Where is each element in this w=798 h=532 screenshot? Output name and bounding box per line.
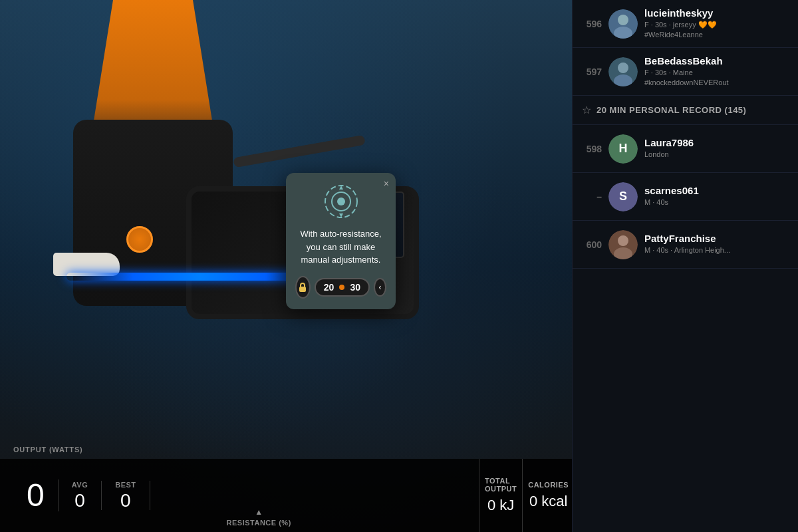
- leaderboard-item[interactable]: – S scarnes061 M · 40s: [573, 173, 798, 221]
- user-info: scarnes061 M · 40s: [644, 185, 789, 207]
- tooltip-close-button[interactable]: ×: [384, 178, 389, 189]
- username: BeBedassBekah: [644, 55, 789, 66]
- avatar: H: [608, 134, 638, 164]
- calories-label: CALORIES: [528, 481, 569, 489]
- user-info: PattyFranchise M · 40s · Arlington Heigh…: [644, 233, 789, 255]
- username: Laura7986: [644, 137, 789, 148]
- right-metrics-strip: TOTAL OUTPUT 0 kJ CALORIES 0 kcal ▾: [479, 459, 572, 532]
- range-control[interactable]: 20 30 ‹: [295, 276, 386, 299]
- avatar: [608, 9, 638, 39]
- user-meta: London: [644, 150, 789, 160]
- calories-box: CALORIES 0 kcal: [522, 459, 574, 532]
- calories-value: 0 kcal: [529, 493, 567, 510]
- auto-resistance-icon-svg: [323, 184, 359, 219]
- leaderboard-item[interactable]: 597 BeBedassBekah F · 30s · Maine#knocke…: [573, 48, 798, 96]
- avatar: [608, 57, 638, 86]
- lock-icon: [297, 282, 308, 293]
- tooltip-message: With auto-resistance, you can still make…: [295, 227, 386, 267]
- current-output-value: 0: [27, 479, 45, 511]
- resistance-knob: [126, 226, 153, 253]
- svg-point-8: [618, 63, 628, 73]
- avatar: [608, 230, 638, 259]
- user-info: lucieintheskyy F · 30s · jerseyy 🧡🧡#WeRi…: [644, 7, 789, 41]
- avatar-initials: S: [608, 182, 638, 211]
- avatar-initials: [608, 9, 638, 39]
- rank-number: 596: [582, 19, 602, 29]
- tooltip-icon-area: [295, 184, 386, 219]
- username: PattyFranchise: [644, 233, 789, 244]
- leaderboard-item[interactable]: 596 lucieintheskyy F · 30s · jerseyy 🧡🧡#…: [573, 0, 798, 48]
- rank-number: 600: [582, 239, 602, 250]
- user-meta: M · 40s · Arlington Heigh...: [644, 245, 789, 255]
- leaderboard-sidebar: 596 lucieintheskyy F · 30s · jerseyy 🧡🧡#…: [572, 0, 798, 532]
- total-output-box: TOTAL OUTPUT 0 kJ: [479, 459, 522, 532]
- username: scarnes061: [644, 185, 789, 196]
- user-meta: F · 30s · Maine#knockeddownNEVERout: [644, 68, 789, 88]
- svg-point-5: [618, 15, 628, 25]
- rank-number: 597: [582, 66, 602, 77]
- personal-record-text: 20 MIN PERSONAL RECORD (145): [597, 105, 746, 115]
- bike-handlebar: [233, 135, 366, 168]
- resistance-arrow-icon: ▲: [255, 507, 263, 517]
- leaderboard-item[interactable]: 600 PattyFranchise M · 40s · Arlington H…: [573, 221, 798, 269]
- svg-point-2: [337, 198, 345, 205]
- avg-value: 0: [74, 491, 85, 510]
- range-high-value: 30: [350, 282, 360, 293]
- best-output-group: BEST 0: [102, 481, 150, 510]
- best-label: BEST: [115, 481, 136, 489]
- output-title: OUTPUT (watts): [13, 446, 186, 454]
- total-output-label: TOTAL OUTPUT: [485, 477, 517, 493]
- user-info: Laura7986 London: [644, 137, 789, 160]
- rank-number: –: [582, 192, 602, 202]
- auto-resistance-tooltip: × With auto-resistance, you can still ma…: [286, 173, 396, 309]
- svg-point-11: [618, 235, 628, 246]
- avatar: S: [608, 182, 638, 211]
- current-output-group: 0: [13, 479, 59, 511]
- personal-record-bar: ☆ 20 MIN PERSONAL RECORD (145): [573, 96, 798, 125]
- range-chevron-button[interactable]: ‹: [374, 278, 386, 297]
- user-meta: M · 40s: [644, 198, 789, 207]
- total-output-value: 0 kJ: [487, 497, 514, 514]
- range-low-value: 20: [324, 282, 334, 293]
- rank-number: 598: [582, 144, 602, 154]
- best-value: 0: [120, 491, 131, 510]
- avg-output-group: AVG 0: [59, 481, 102, 510]
- lock-button[interactable]: [295, 276, 311, 299]
- resistance-label: RESISTANCE (%): [227, 519, 291, 527]
- svg-rect-3: [299, 287, 306, 292]
- resistance-range-pill: 20 30: [315, 278, 370, 297]
- output-label-area: OUTPUT (watts): [0, 440, 200, 459]
- metrics-bar: 0 AVG 0 BEST 0 ▲ RESISTANCE (%): [0, 459, 479, 532]
- avg-label: AVG: [72, 481, 88, 489]
- username: lucieintheskyy: [644, 7, 789, 19]
- user-info: BeBedassBekah F · 30s · Maine#knockeddow…: [644, 55, 789, 88]
- auto-resistance-icon: [323, 184, 359, 219]
- avatar-initials: H: [608, 134, 638, 164]
- user-meta: F · 30s · jerseyy 🧡🧡#WeRide4Leanne: [644, 20, 789, 41]
- star-icon: ☆: [582, 104, 591, 116]
- leaderboard-item[interactable]: 598 H Laura7986 London: [573, 125, 798, 173]
- range-dot: [339, 285, 344, 290]
